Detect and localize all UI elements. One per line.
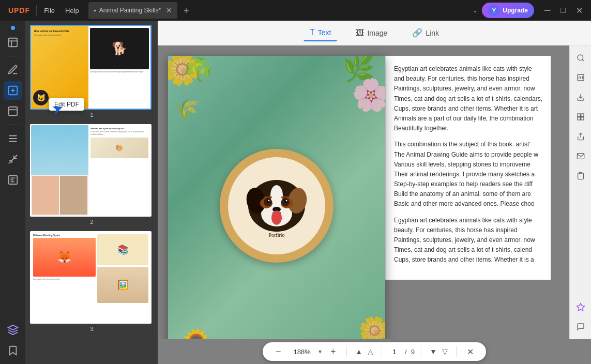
sidebar-item-annotate[interactable] [4, 60, 22, 79]
link-tool-button[interactable]: 🔗 Link [406, 25, 445, 41]
sidebar-item-ocr[interactable] [4, 171, 22, 189]
pdf-viewer[interactable]: 🌼 🌿 🌸 🌻 🌼 🌾 ☘️ [158, 46, 569, 339]
page-nav-divider [421, 346, 421, 357]
page-nav-bottom: ▼ ▽ [428, 345, 450, 358]
text-tool-button[interactable]: T Text [304, 25, 337, 41]
minimize-button[interactable]: ─ [540, 6, 554, 15]
window-controls: ─ □ ✕ [540, 6, 587, 16]
sidebar-divider-2 [5, 125, 21, 125]
pdf-page: 🌼 🌿 🌸 🌻 🌼 🌾 ☘️ [168, 56, 385, 339]
text-panel: Egyptian art celebrates animals like cat… [385, 56, 551, 280]
scroll-down-fast-button[interactable]: ▽ [440, 345, 450, 358]
ai-icon[interactable] [572, 299, 589, 315]
zoom-divider [346, 346, 347, 357]
sidebar-item-layers[interactable] [4, 321, 22, 339]
expand-icon[interactable]: ⌄ [468, 7, 482, 14]
mail-icon[interactable] [572, 148, 589, 164]
share-icon[interactable] [572, 128, 589, 145]
text-paragraph-1: Egyptian art celebrates animals like cat… [394, 64, 542, 133]
flower-bottom-left: 🌻 [178, 327, 214, 339]
sidebar-item-reader[interactable] [4, 33, 22, 52]
zoom-controls: − 188% ▾ + ▲ △ / 9 ▼ ▽ ✕ [263, 342, 486, 361]
scan-icon[interactable] [572, 109, 589, 125]
bottom-toolbar: − 188% ▾ + ▲ △ / 9 ▼ ▽ ✕ [158, 339, 591, 364]
svg-text:Porfirio: Porfirio [268, 232, 284, 238]
dog-illustration: Porfirio [238, 167, 315, 245]
sidebar-item-convert[interactable] [4, 102, 22, 120]
svg-marker-9 [8, 325, 17, 330]
thumbnail-panel[interactable]: Edit PDF ➤ How to Draw our Favourite Pet… [26, 21, 158, 364]
image-tool-icon: 🖼 [356, 28, 364, 38]
svg-rect-31 [578, 117, 580, 120]
svg-rect-4 [8, 107, 17, 116]
text-tool-icon: T [310, 28, 315, 37]
user-avatar: Y [488, 5, 499, 16]
chat-icon[interactable] [572, 318, 589, 335]
close-toolbar-button[interactable]: ✕ [463, 345, 478, 359]
image-tool-label: Image [367, 29, 387, 37]
thumbnail-image-1: How to Draw our Favourite Pets Lorem ips… [30, 25, 151, 110]
thumbnail-image-3: Different Painting Styles 🦊 Lorem ipsum … [30, 231, 151, 324]
right-sidebar [569, 46, 591, 339]
tab-label: Animal Painting Skills* [99, 7, 161, 14]
flower-mid-left: 🌾 [173, 97, 199, 122]
svg-point-26 [578, 55, 583, 60]
titlebar: UPDF File Help ▾ Animal Painting Skills*… [0, 0, 591, 21]
sidebar-indicator [11, 26, 15, 30]
scroll-down-button[interactable]: ▼ [428, 345, 439, 358]
link-tool-icon: 🔗 [412, 28, 422, 38]
nav-arrows: ▲ △ [353, 345, 375, 358]
thumbnail-image-2: Animals are a part of our daily life Lor… [30, 124, 151, 217]
active-tab[interactable]: ▾ Animal Painting Skills* ✕ [88, 2, 177, 19]
menu-help[interactable]: Help [60, 7, 84, 14]
download-icon[interactable] [572, 89, 589, 105]
scroll-up-fast-button[interactable]: △ [366, 345, 375, 358]
zoom-out-button[interactable]: − [271, 344, 285, 359]
maximize-button[interactable]: □ [556, 6, 570, 15]
svg-point-21 [268, 200, 270, 202]
sidebar-item-bookmark[interactable] [4, 341, 22, 360]
main-layout: Edit PDF ➤ How to Draw our Favourite Pet… [0, 21, 591, 364]
tab-close-button[interactable]: ✕ [166, 6, 172, 14]
flower-top-right-2: 🌸 [352, 77, 385, 113]
svg-point-22 [286, 200, 287, 202]
thumbnail-page-3[interactable]: Different Painting Styles 🦊 Lorem ipsum … [30, 231, 154, 332]
embroidery-hoop: Porfirio [220, 149, 334, 263]
tab-add-button[interactable]: ＋ [177, 4, 195, 17]
page-image: 🌼 🌿 🌸 🌻 🌼 🌾 ☘️ [168, 56, 385, 339]
link-tool-label: Link [426, 29, 439, 37]
thumbnail-label-1: 1 [30, 112, 154, 118]
thumbnail-label-2: 2 [30, 219, 154, 225]
svg-rect-30 [581, 114, 583, 116]
left-sidebar [0, 21, 26, 364]
flower-top-center: ☘️ [184, 56, 213, 83]
scroll-up-button[interactable]: ▲ [353, 345, 365, 358]
sidebar-item-organize[interactable] [4, 129, 22, 148]
close-divider [456, 346, 457, 357]
content-main: 🌼 🌿 🌸 🌻 🌼 🌾 ☘️ [158, 46, 591, 339]
zoom-value[interactable]: 188% [290, 348, 314, 356]
sidebar-item-edit[interactable] [4, 81, 22, 100]
current-page-input[interactable] [388, 348, 401, 356]
upgrade-button[interactable]: Y Upgrade [482, 3, 534, 18]
zoom-in-button[interactable]: + [326, 344, 340, 359]
svg-rect-29 [578, 114, 580, 116]
sidebar-divider-1 [5, 56, 21, 56]
tab-arrow-icon: ▾ [94, 8, 96, 13]
zoom-dropdown-icon[interactable]: ▾ [319, 348, 322, 355]
thumbnail-page-1[interactable]: How to Draw our Favourite Pets Lorem ips… [30, 25, 154, 118]
text-paragraph-3: Egyptian art celebrates animals like cat… [394, 216, 542, 265]
flower-bottom-right: 🌼 [358, 315, 385, 339]
thumbnail-label-3: 3 [30, 326, 154, 332]
menu-file[interactable]: File [39, 7, 60, 14]
svg-rect-34 [579, 172, 582, 174]
clipboard-icon[interactable] [572, 168, 589, 184]
page-divider [382, 346, 382, 357]
close-button[interactable]: ✕ [572, 6, 587, 16]
sidebar-item-compress[interactable] [4, 150, 22, 169]
svg-rect-32 [581, 117, 583, 120]
search-icon[interactable] [572, 50, 589, 66]
thumbnail-page-2[interactable]: Animals are a part of our daily life Lor… [30, 124, 154, 225]
image-tool-button[interactable]: 🖼 Image [350, 25, 393, 41]
barcode-icon[interactable] [572, 69, 589, 86]
